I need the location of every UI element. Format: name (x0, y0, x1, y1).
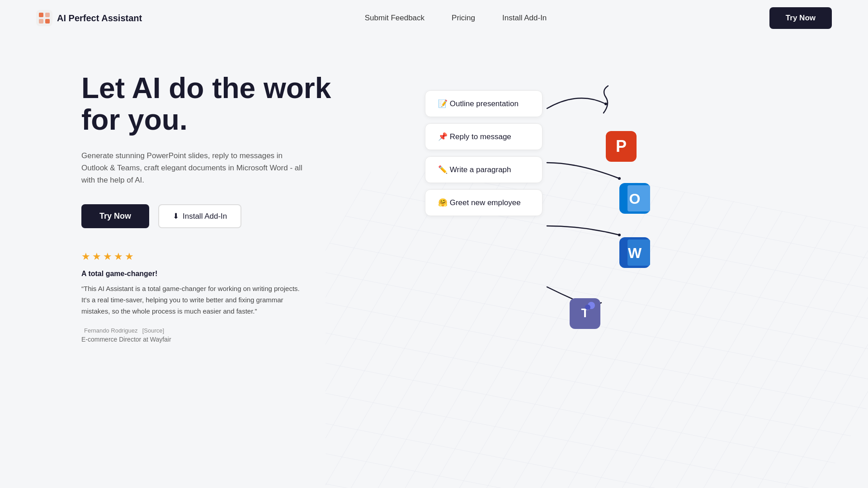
svg-point-7 (618, 177, 621, 180)
star-3: ★ (103, 251, 112, 263)
logo-icon (36, 10, 52, 26)
svg-rect-4 (39, 19, 43, 23)
svg-text:W: W (628, 245, 642, 261)
reviewer-name: Fernando Rodriguez [Source] (81, 326, 398, 334)
svg-point-20 (585, 305, 590, 310)
svg-rect-2 (39, 13, 43, 17)
svg-text:P: P (616, 137, 627, 155)
svg-rect-3 (45, 13, 50, 17)
svg-rect-1 (36, 10, 52, 26)
svg-text:O: O (629, 191, 641, 207)
star-1: ★ (81, 251, 90, 263)
download-icon: ⬇ (173, 211, 179, 221)
svg-point-8 (618, 234, 621, 236)
hero-try-now-button[interactable]: Try Now (81, 204, 149, 228)
cta-row: Try Now ⬇ Install Add-In (81, 204, 398, 228)
hero-install-button[interactable]: ⬇ Install Add-In (158, 204, 241, 228)
pricing-link[interactable]: Pricing (452, 14, 475, 23)
nav-try-now-button[interactable]: Try Now (769, 7, 832, 29)
brand-name: AI Perfect Assistant (57, 13, 142, 23)
star-5: ★ (125, 251, 134, 263)
install-addin-link[interactable]: Install Add-In (502, 14, 547, 23)
navbar: AI Perfect Assistant Submit Feedback Pri… (0, 0, 868, 36)
main-content: Let AI do the work for you. Generate stu… (0, 36, 868, 343)
hero-subtitle: Generate stunning PowerPoint slides, rep… (81, 150, 307, 187)
submit-feedback-link[interactable]: Submit Feedback (365, 14, 425, 23)
hero-headline: Let AI do the work for you. (81, 72, 398, 136)
arrows-svg: P O W T (398, 63, 714, 334)
svg-rect-5 (45, 19, 50, 23)
svg-point-6 (604, 103, 607, 105)
review-text: “This AI Assistant is a total game-chang… (81, 283, 307, 317)
star-rating: ★ ★ ★ ★ ★ (81, 251, 398, 263)
review-title: A total game-changer! (81, 270, 398, 278)
logo-area: AI Perfect Assistant (36, 10, 142, 26)
star-2: ★ (92, 251, 101, 263)
nav-links: Submit Feedback Pricing Install Add-In (365, 14, 547, 23)
hero-left: Let AI do the work for you. Generate stu… (81, 63, 398, 343)
star-4: ★ (114, 251, 123, 263)
reviewer-role: E-commerce Director at Wayfair (81, 336, 398, 343)
hero-illustration: 📝 Outline presentation 📌 Reply to messag… (398, 63, 832, 334)
